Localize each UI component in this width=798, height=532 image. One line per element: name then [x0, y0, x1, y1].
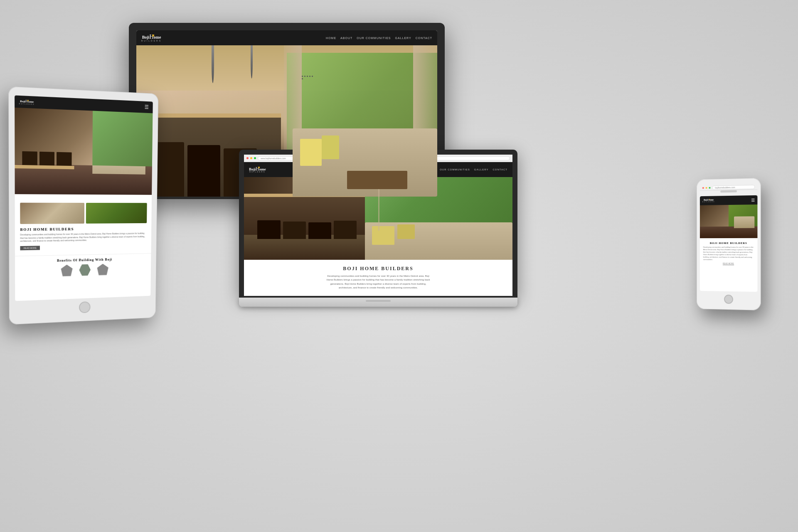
scene: Boji H ome BUILDERS HOME ABOUT: [0, 0, 798, 532]
phone-logo: Boji H ome BUILDERS: [702, 199, 715, 203]
nav-contact[interactable]: CONTACT: [416, 37, 432, 39]
laptop-nav-contact[interactable]: CONTACT: [493, 168, 507, 171]
laptop-content: Boji Home Builders Developing communitie…: [244, 260, 512, 296]
logo-H: H: [149, 34, 153, 40]
tablet-icons-row: [20, 263, 146, 278]
phone-hero: [700, 204, 757, 238]
nav-communities[interactable]: OUR COMMUNITIES: [357, 37, 391, 39]
tablet-logo-H: H: [25, 99, 28, 103]
laptop-content-heading: Boji Home Builders: [250, 266, 507, 272]
phone-content: Boji Home Builders Developing communitie…: [700, 238, 757, 268]
tablet-benefit-icon-1: [61, 264, 73, 276]
laptop-stools: [257, 218, 357, 239]
nav-about[interactable]: ABOUT: [340, 37, 352, 39]
laptop-room-bg: [244, 177, 512, 260]
tablet-heading: Boji Home Builders: [20, 227, 147, 232]
tablet-home-button[interactable]: [79, 301, 91, 313]
phone-browser-max[interactable]: [709, 187, 711, 188]
laptop-base: [239, 298, 517, 307]
logo-boji: Boji: [142, 35, 150, 39]
tablet-bezel: Boji H ome BUILDERS ☰: [8, 86, 158, 325]
tablet-sofa: [92, 153, 146, 175]
phone-navbar: Boji H ome BUILDERS ☰: [700, 195, 757, 205]
phone-screen: Boji H ome BUILDERS ☰ Boji Home Builders: [700, 195, 757, 292]
phone-home-button[interactable]: [724, 295, 733, 304]
laptop-url-text: www.bojihomebuilders.com: [261, 157, 286, 160]
laptop-hero: [244, 177, 512, 260]
phone-heading: Boji Home Builders: [703, 241, 754, 244]
phone-browser-close[interactable]: [702, 187, 704, 189]
tablet-hero: [15, 108, 153, 195]
phone-sofa: [734, 216, 754, 228]
tablet-device: Boji H ome BUILDERS ☰: [8, 86, 158, 325]
tablet-screen: Boji H ome BUILDERS ☰: [15, 95, 153, 301]
tablet-read-more[interactable]: READ MORE: [20, 246, 40, 250]
browser-maximize[interactable]: [254, 157, 256, 159]
phone-url-bar[interactable]: bojihomebuilders.com: [712, 185, 755, 190]
phone-floor: [700, 227, 757, 239]
phone-device: bojihomebuilders.com Boji H ome BUILDERS: [697, 178, 761, 310]
laptop-logo: Boji H ome BUILDERS: [249, 166, 266, 173]
logo-ome: ome: [154, 35, 161, 39]
phone-speaker: [720, 190, 737, 193]
phone-logo-sub: BUILDERS: [702, 201, 715, 202]
desktop-nav-links: HOME ABOUT OUR COMMUNITIES GALLERY CONTA…: [326, 37, 432, 39]
laptop-content-body: Developing communities and building home…: [324, 274, 432, 290]
phone-read-more[interactable]: READ MORE: [703, 263, 754, 265]
phone-url-text: bojihomebuilders.com: [715, 186, 735, 189]
nav-home[interactable]: HOME: [326, 37, 336, 39]
phone-menu-icon[interactable]: ☰: [751, 197, 755, 202]
tablet-benefit-icon-3: [97, 264, 108, 275]
logo-subtitle: BUILDERS: [141, 40, 162, 42]
logo-flag: [152, 34, 154, 37]
laptop-logo-H: H: [256, 166, 259, 171]
browser-close[interactable]: [246, 157, 249, 159]
laptop-sofa: [365, 222, 512, 259]
desktop-logo: Boji H ome BUILDERS: [141, 34, 162, 42]
phone-logo-H: H: [708, 199, 710, 202]
tablet-menu-icon[interactable]: ☰: [145, 104, 149, 110]
tablet-logo-sub: BUILDERS: [19, 103, 35, 105]
laptop-nav-communities[interactable]: OUR COMMUNITIES: [440, 168, 470, 171]
tablet-benefit-icon-2: [79, 264, 91, 276]
tablet-content: Boji Home Builders Developing communitie…: [15, 194, 152, 256]
tablet-thumbs: [20, 203, 147, 224]
tablet-body: Developing communities and building home…: [20, 232, 146, 243]
phone-bezel: bojihomebuilders.com Boji H ome BUILDERS: [697, 178, 761, 310]
laptop-nav-gallery[interactable]: GALLERY: [474, 168, 489, 171]
tablet-thumb-1: [20, 203, 84, 224]
desktop-navbar: Boji H ome BUILDERS HOME ABOUT: [136, 30, 437, 45]
tablet-benefits: Benefits Of Building With Boji: [15, 253, 151, 281]
browser-minimize[interactable]: [250, 157, 252, 159]
phone-browser-bar: bojihomebuilders.com: [700, 184, 757, 191]
phone-browser-min[interactable]: [706, 187, 707, 189]
tablet-benefits-heading: Benefits Of Building With Boji: [20, 257, 147, 264]
tablet-logo: Boji H ome BUILDERS: [19, 99, 35, 105]
tablet-thumb-2: [86, 203, 147, 224]
nav-gallery[interactable]: GALLERY: [395, 37, 411, 39]
phone-body: Developing communities and building home…: [703, 246, 754, 261]
